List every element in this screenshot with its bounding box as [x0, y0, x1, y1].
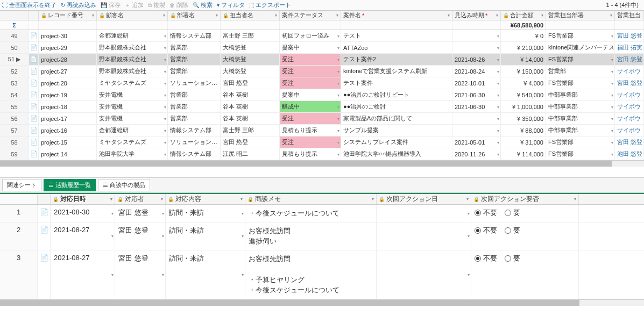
tab-related[interactable]: 関連シート	[2, 179, 41, 191]
chevron-down-icon[interactable]: ▾	[497, 152, 499, 156]
record-no-cell[interactable]: project-14	[39, 148, 97, 160]
record-no-cell[interactable]: project-15	[39, 137, 97, 148]
sales-owner-cell[interactable]: 宮田 悠登	[615, 30, 644, 41]
record-no-cell[interactable]: project-18	[39, 101, 97, 112]
anken-cell[interactable]: 家電製品Aの部品に関して	[341, 113, 452, 124]
tab-products[interactable]: ☰商談中の製品	[98, 179, 150, 191]
chevron-down-icon[interactable]: ▾	[611, 45, 613, 50]
chevron-down-icon[interactable]: ▾	[337, 104, 339, 109]
record-no-cell[interactable]: project-27	[39, 66, 97, 77]
chevron-down-icon[interactable]: ▾	[337, 69, 339, 74]
sub-col-content[interactable]: 🔒対応内容▾	[166, 194, 245, 204]
next-date-cell[interactable]: ▾	[377, 250, 471, 299]
sub-record-icon[interactable]: 📄	[38, 222, 51, 250]
table-row[interactable]: 55📄project-18安井電機▾営業部谷本 英樹醸成中▾●●治具のご検討20…	[0, 101, 644, 113]
amount-cell[interactable]: ¥ 210,000	[501, 42, 546, 53]
reload-button[interactable]: ↻再読み込み	[61, 1, 96, 9]
sub-table-row[interactable]: 2📄2021-08-27▾宮田 悠登▾訪問・来訪▾お客様先訪問進捗伺い▾不要要	[0, 222, 644, 250]
copy-button[interactable]: ⧉複製	[148, 1, 165, 9]
sales-dept-cell[interactable]: kintone関連メンバーテスト_福田▾	[546, 42, 615, 53]
department-cell[interactable]: 情報システム部	[168, 30, 221, 41]
col-amount[interactable]: 🔒合計金額▾	[501, 11, 546, 20]
col-rownum[interactable]	[0, 11, 29, 20]
chevron-down-icon[interactable]: ▾	[275, 13, 277, 18]
chevron-down-icon[interactable]: ▾	[611, 81, 613, 85]
due-cell[interactable]: 2021-06-30▾	[452, 89, 501, 100]
chevron-down-icon[interactable]: ▾	[164, 116, 166, 121]
save-button[interactable]: 💾保存	[101, 1, 121, 9]
department-cell[interactable]: 営業部	[168, 113, 221, 124]
chevron-down-icon[interactable]: ▾	[610, 13, 612, 18]
table-row[interactable]: 53📄project-20ミヤタシステムズ▾ソリューション…宮田 悠登受注▾テス…	[0, 77, 644, 89]
amount-cell[interactable]: ¥ 14,000	[501, 54, 546, 65]
sales-owner-cell[interactable]: 福田 拓実	[615, 42, 644, 53]
anken-cell[interactable]: kintoneで営業支援システム刷新	[341, 66, 452, 77]
table-row[interactable]: 54📄project-19安井電機▾営業部谷本 英樹提案中▾●●治具のご検討リピ…	[0, 89, 644, 101]
sales-dept-cell[interactable]: 中部事業部▾	[546, 101, 615, 112]
customer-cell[interactable]: 金都運総研▾	[97, 30, 168, 41]
next-date-cell[interactable]: ▾	[377, 205, 471, 222]
amount-cell[interactable]: ¥ 150,000	[501, 66, 546, 77]
sub-col-date[interactable]: 🔒対応日時▾	[51, 194, 115, 204]
chevron-down-icon[interactable]: ▾	[164, 81, 166, 85]
chevron-down-icon[interactable]: ▾	[337, 81, 339, 85]
sales-owner-cell[interactable]: 宮田 悠登	[615, 77, 644, 89]
amount-cell[interactable]: ¥ 540,000	[501, 89, 546, 100]
chevron-down-icon[interactable]: ▾	[164, 140, 166, 145]
chevron-down-icon[interactable]: ▾	[611, 104, 613, 109]
action-cell[interactable]: 不要要	[471, 222, 579, 250]
record-icon[interactable]: 📄	[29, 66, 39, 77]
owner-cell[interactable]: 谷本 英樹	[221, 101, 280, 112]
status-cell[interactable]: 提案中▾	[280, 89, 341, 100]
chevron-down-icon[interactable]: ▾	[92, 13, 94, 18]
owner-cell[interactable]: 富士野 三郎	[221, 30, 280, 41]
sales-dept-cell[interactable]: 中部事業部▾	[546, 113, 615, 124]
customer-cell[interactable]: 野本眼鏡株式会社▾	[97, 66, 168, 77]
horizontal-scrollbar[interactable]	[0, 160, 644, 167]
status-cell[interactable]: 受注▾	[280, 54, 341, 65]
chevron-down-icon[interactable]: ▾	[497, 140, 499, 145]
col-sales-dept[interactable]: 営業担当部署▾	[546, 11, 615, 20]
col-department[interactable]: 🔒部署名▾	[168, 11, 221, 20]
record-no-cell[interactable]: project-19	[39, 89, 97, 100]
chevron-down-icon[interactable]: ▾	[541, 13, 543, 18]
record-icon[interactable]: 📄	[29, 148, 39, 160]
owner-cell[interactable]: 宮田 悠登	[221, 137, 280, 148]
record-icon[interactable]: 📄	[29, 113, 39, 124]
sub-col-next-date[interactable]: 🔒次回アクション日▾	[377, 194, 471, 204]
content-cell[interactable]: 訪問・来訪▾	[166, 250, 245, 299]
record-icon[interactable]: 📄	[29, 42, 39, 53]
customer-cell[interactable]: 安井電機▾	[97, 89, 168, 100]
content-cell[interactable]: 訪問・来訪▾	[166, 205, 245, 222]
col-anken[interactable]: 案件名*▾	[341, 11, 452, 20]
action-cell[interactable]: 不要要	[471, 205, 579, 222]
amount-cell[interactable]: ¥ 31,000	[501, 137, 546, 148]
status-cell[interactable]: 初回フォロー済み▾	[280, 30, 341, 41]
chevron-down-icon[interactable]: ▾	[337, 152, 339, 156]
chevron-down-icon[interactable]: ▾	[448, 13, 450, 18]
table-row[interactable]: 49📄project-30金都運総研▾情報システム部富士野 三郎初回フォロー済み…	[0, 30, 644, 42]
chevron-down-icon[interactable]: ▾	[466, 197, 469, 202]
chevron-down-icon[interactable]: ▾	[164, 69, 166, 74]
department-cell[interactable]: ソリューション…	[168, 77, 221, 89]
next-date-cell[interactable]: ▾	[377, 222, 471, 250]
chevron-down-icon[interactable]: ▾	[468, 211, 470, 216]
chevron-down-icon[interactable]: ▾	[497, 69, 499, 74]
status-cell[interactable]: 見積もり提示▾	[280, 148, 341, 160]
owner-cell[interactable]: 大橋悠登	[221, 66, 280, 77]
sub-record-icon[interactable]: 📄	[38, 250, 51, 299]
sub-col-person[interactable]: 🔒対応者▾	[115, 194, 166, 204]
chevron-down-icon[interactable]: ▾	[110, 197, 112, 202]
amount-cell[interactable]: ¥ 4,000	[501, 77, 546, 89]
owner-cell[interactable]: 谷本 英樹	[221, 89, 280, 100]
col-owner[interactable]: 🔒担当者名▾	[221, 11, 280, 20]
sales-owner-cell[interactable]: サイボウ	[615, 125, 644, 136]
add-button[interactable]: ＋追加	[125, 1, 144, 9]
chevron-down-icon[interactable]: ▾	[372, 197, 374, 202]
anken-cell[interactable]: ●●治具のご検討	[341, 101, 452, 112]
table-row[interactable]: 50📄project-29野本眼鏡株式会社▾営業部大橋悠登提案中▾ATTAZoo…	[0, 42, 644, 54]
chevron-down-icon[interactable]: ▾	[337, 33, 339, 38]
chevron-down-icon[interactable]: ▾	[611, 33, 613, 38]
amount-cell[interactable]: ¥ 350,000	[501, 113, 546, 124]
sales-dept-cell[interactable]: FS営業部▾	[546, 54, 615, 65]
